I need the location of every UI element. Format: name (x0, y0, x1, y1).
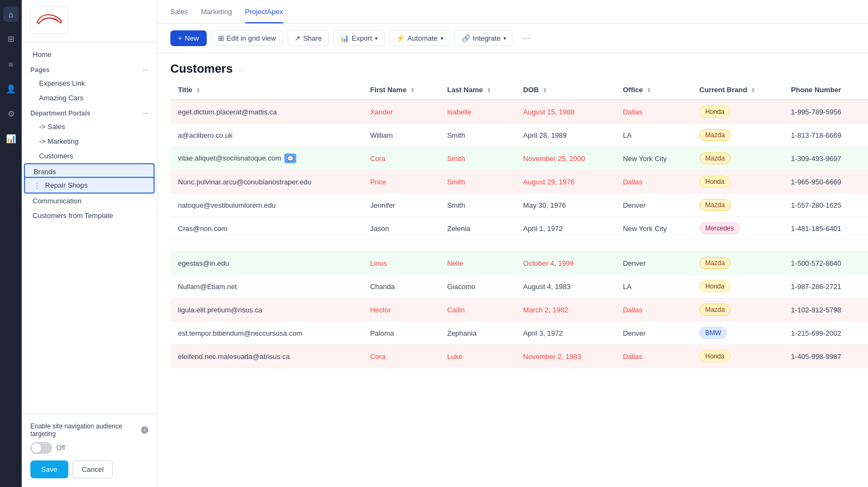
pages-label: Pages (30, 66, 49, 74)
col-title[interactable]: Title ⇕ (170, 80, 362, 100)
table-row[interactable]: eget.dictum.placerat@mattis.caXanderIsab… (170, 100, 868, 124)
cell-first-name: Cora (362, 147, 439, 170)
cell-first-name: Linus (362, 252, 439, 275)
chart-icon[interactable]: 📊 (3, 131, 18, 146)
cell-first-name: Hector (362, 298, 439, 322)
toggle-off-label: Off (56, 444, 65, 452)
resize-handle[interactable] (155, 0, 157, 487)
brands-label: Brands (34, 168, 56, 176)
home-label: Home (33, 50, 52, 59)
sidebar: Home ··· Pages ··· Expenses Link ··· Ama… (22, 0, 157, 487)
table-row[interactable]: Nullam@Etiam.netChandaGiacomoAugust 4, 1… (170, 275, 868, 298)
sales-label: -> Sales (39, 123, 65, 131)
col-phone[interactable]: Phone Number (783, 80, 868, 100)
sidebar-header (22, 0, 157, 43)
cell-phone: 1-500-572-8640 (783, 252, 868, 275)
col-current-brand[interactable]: Current Brand ⇕ (692, 80, 783, 100)
cell-email: egestas@in.edu (170, 252, 362, 275)
favorite-star-icon[interactable]: ☆ (237, 64, 245, 74)
sidebar-item-customers-template[interactable]: Customers from Template ··· (24, 208, 155, 223)
cell-last-name: Isabelle (439, 100, 515, 124)
col-dob[interactable]: DOB ⇕ (515, 80, 615, 100)
title-sort-icon: ⇕ (196, 87, 200, 93)
sidebar-item-customers[interactable]: Customers ··· (24, 149, 155, 163)
dept-more[interactable]: ··· (143, 110, 148, 117)
cell-phone: 1-813-718-6669 (783, 124, 868, 147)
audience-toggle[interactable] (30, 442, 52, 454)
pages-more[interactable]: ··· (143, 67, 148, 73)
col-office[interactable]: Office ⇕ (615, 80, 692, 100)
new-label: New (185, 34, 199, 42)
tab-marketing[interactable]: Marketing (201, 0, 232, 23)
cancel-button[interactable]: Cancel (73, 460, 113, 478)
sidebar-item-sales[interactable]: -> Sales ··· (24, 119, 155, 134)
main-content: Sales Marketing ProjectApex + New ⊞ Edit… (157, 0, 868, 487)
home-icon[interactable]: ⌂ (3, 7, 18, 22)
cell-last-name: Giacomo (439, 275, 515, 298)
cell-brand: Mazda (692, 252, 783, 275)
cell-dob: May 30, 1976 (515, 194, 615, 217)
share-button[interactable]: ↗ Share (288, 30, 329, 46)
integrate-button[interactable]: 🔗 Integrate ▾ (455, 30, 513, 46)
save-button[interactable]: Save (30, 460, 68, 478)
cell-dob: August 15, 1988 (515, 100, 615, 124)
table-row[interactable]: eleifend.nec.malesuada@atrisus.caCoraLuk… (170, 345, 868, 368)
icon-bar: ⌂ ⊞ ≡ 👤 ⚙ 📊 (0, 0, 22, 487)
cell-office: LA (615, 275, 692, 298)
brand-badge: Mercedes (699, 222, 740, 234)
tab-projectapex[interactable]: ProjectApex (245, 0, 283, 23)
edit-grid-button[interactable]: ⊞ Edit in grid view (211, 30, 283, 46)
cell-dob: November 2, 1983 (515, 345, 615, 368)
table-row[interactable]: Cras@non.comJasonZeleniaApril 1, 1972New… (170, 217, 868, 240)
sidebar-item-expenses[interactable]: Expenses Link ··· (24, 76, 155, 91)
cell-phone: 1-481-185-6401 (783, 217, 868, 240)
sidebar-item-repair-shops[interactable]: ⋮ Repair Shops ··· (24, 177, 155, 194)
automate-button[interactable]: ⚡ Automate ▾ (389, 30, 450, 46)
table-row[interactable]: egestas@in.eduLinusNelleOctober 4, 1999D… (170, 252, 868, 275)
col-first-name[interactable]: First Name ⇕ (362, 80, 439, 100)
cell-dob: April 28, 1989 (515, 124, 615, 147)
cell-dob: November 25, 2000 (515, 147, 615, 170)
table-row[interactable]: vitae.aliquet@sociisnatoque.com💬CoraSmit… (170, 147, 868, 170)
cell-brand: Mercedes (692, 217, 783, 240)
drag-handle: ⋮ (34, 181, 41, 189)
table-row[interactable]: natoque@vestibulumlorem.eduJenniferSmith… (170, 194, 868, 217)
sidebar-bottom: Enable site navigation audience targetin… (22, 413, 157, 487)
integrate-chevron: ▾ (503, 35, 506, 41)
tab-sales[interactable]: Sales (170, 0, 188, 23)
cell-brand: BMW (692, 322, 783, 345)
audience-label: Enable site navigation audience targetin… (30, 422, 148, 438)
info-icon[interactable]: i (141, 426, 148, 434)
sidebar-item-amazing-cars[interactable]: Amazing Cars ··· (24, 91, 155, 105)
layers-icon[interactable]: ≡ (3, 56, 18, 72)
table-row[interactable]: a@aclibero.co.ukWilliamSmithApril 28, 19… (170, 124, 868, 147)
chat-icon[interactable]: 💬 (284, 153, 296, 163)
customers-table: Title ⇕ First Name ⇕ Last Name ⇕ DOB ⇕ O… (170, 80, 868, 368)
settings-icon[interactable]: ⚙ (3, 106, 18, 121)
toolbar: + New ⊞ Edit in grid view ↗ Share 📊 Expo… (157, 24, 868, 53)
logo-area (30, 7, 148, 34)
cell-email: natoque@vestibulumlorem.edu (170, 194, 362, 217)
export-icon: 📊 (340, 34, 349, 42)
export-button[interactable]: 📊 Export ▾ (333, 30, 385, 46)
grid-icon[interactable]: ⊞ (3, 31, 18, 47)
new-button[interactable]: + New (170, 30, 207, 46)
sidebar-item-marketing[interactable]: -> Marketing ··· (24, 134, 155, 149)
sidebar-item-communication[interactable]: Communication ··· (24, 194, 155, 208)
share-icon: ↗ (295, 34, 301, 42)
cell-office: Denver (615, 194, 692, 217)
sidebar-item-home[interactable]: Home ··· (24, 47, 155, 62)
table-row[interactable]: ligula.elit.pretium@risus.caHectorCailin… (170, 298, 868, 322)
cell-email: Nullam@Etiam.net (170, 275, 362, 298)
cell-email: Nunc.pulvinar.arcu@conubianostraper.edu (170, 170, 362, 194)
people-icon[interactable]: 👤 (3, 81, 18, 97)
table-row[interactable]: est.tempor.bibendum@neccursusa.comPaloma… (170, 322, 868, 345)
cell-phone: 1-995-789-5956 (783, 100, 868, 124)
cell-first-name: Jason (362, 217, 439, 240)
cell-last-name: Smith (439, 124, 515, 147)
export-chevron: ▾ (375, 35, 378, 41)
cell-office: New York City (615, 217, 692, 240)
col-last-name[interactable]: Last Name ⇕ (439, 80, 515, 100)
table-row[interactable]: Nunc.pulvinar.arcu@conubianostraper.eduP… (170, 170, 868, 194)
more-options-button[interactable]: ··· (518, 30, 534, 46)
